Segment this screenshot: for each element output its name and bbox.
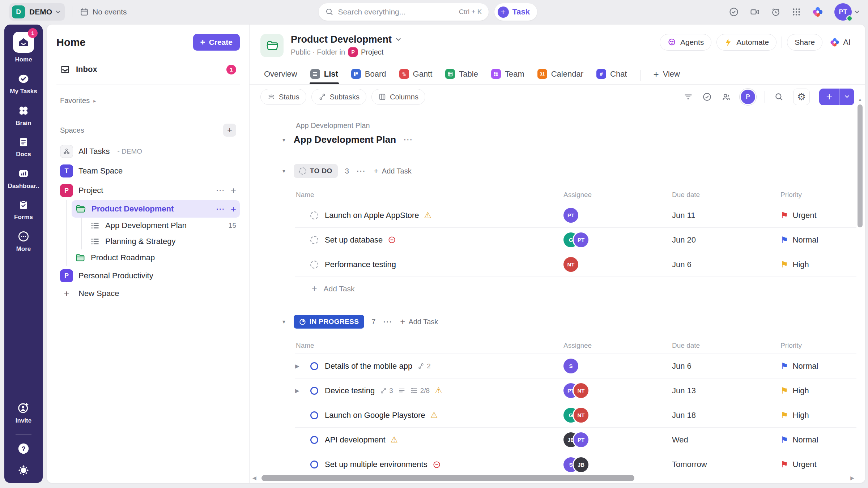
column-header-due-date[interactable]: Due date	[672, 191, 780, 199]
table-row[interactable]: Set up multiple environments S JB Tomorr…	[295, 452, 856, 477]
help-icon[interactable]: ?	[17, 442, 30, 455]
add-task-button[interactable]: +Add Task	[374, 167, 412, 175]
scroll-up-arrow[interactable]: ▲	[857, 97, 863, 102]
rail-item-forms[interactable]: Forms	[14, 200, 33, 221]
status-pill-in-progress[interactable]: IN PROGRESS	[294, 315, 364, 329]
status-pill-todo[interactable]: TO DO	[294, 164, 338, 178]
table-row[interactable]: API development ⚠ JB PT Wed ⚑ Normal	[295, 428, 856, 452]
priority-cell[interactable]: ⚑ Normal	[780, 435, 856, 445]
collapse-caret-icon[interactable]: ▼	[281, 137, 286, 143]
table-row[interactable]: Performance testing NT Jun 6 ⚑ High	[295, 252, 856, 277]
assignee-cell[interactable]: G NT	[563, 408, 672, 423]
column-header-due-date[interactable]: Due date	[672, 342, 780, 350]
rail-item-my-tasks[interactable]: My Tasks	[10, 73, 37, 95]
task-status-icon[interactable]	[310, 261, 318, 269]
no-events-indicator[interactable]: No events	[80, 7, 127, 17]
new-space-button[interactable]: + New Space	[56, 286, 240, 301]
tab-list[interactable]: List	[310, 67, 338, 84]
workspace-switcher[interactable]: D DEMO	[9, 3, 65, 21]
assignees-icon[interactable]	[721, 92, 731, 102]
tree-item-all-tasks[interactable]: All Tasks - DEMO	[56, 142, 240, 161]
collapse-caret-icon[interactable]: ▼	[281, 168, 286, 174]
task-status-icon[interactable]	[310, 211, 318, 219]
due-date[interactable]: Jun 11	[672, 211, 780, 220]
collapse-caret-icon[interactable]: ▼	[281, 319, 286, 325]
priority-cell[interactable]: ⚑ High	[780, 260, 856, 269]
task-name[interactable]: Details of the mobile app	[325, 361, 412, 371]
scroll-left-arrow[interactable]: ◀	[252, 475, 256, 481]
tab-calendar[interactable]: 31 Calendar	[537, 67, 583, 84]
more-options-icon[interactable]: ⋯	[403, 134, 413, 145]
priority-cell[interactable]: ⚑ Normal	[780, 361, 856, 371]
agents-button[interactable]: Agents	[660, 34, 711, 51]
task-status-icon[interactable]	[310, 436, 318, 444]
task-status-icon[interactable]	[310, 411, 318, 419]
closed-tasks-icon[interactable]	[702, 92, 712, 102]
scrollbar-thumb[interactable]	[858, 104, 863, 227]
column-header-assignee[interactable]: Assignee	[563, 342, 672, 350]
columns-filter-pill[interactable]: Columns	[371, 89, 425, 105]
status-filter-pill[interactable]: Status	[260, 89, 306, 105]
tab-team[interactable]: Team	[491, 67, 524, 84]
due-date[interactable]: Jun 20	[672, 235, 780, 245]
video-recording-icon[interactable]	[750, 7, 760, 17]
assignee-cell[interactable]: NT	[563, 257, 672, 272]
table-row[interactable]: Launch on Google Playstore ⚠ G NT Jun 18…	[295, 403, 856, 428]
add-space-button[interactable]: +	[223, 124, 236, 137]
task-name[interactable]: Launch on Google Playstore	[325, 411, 425, 420]
priority-cell[interactable]: ⚑ Normal	[780, 235, 856, 245]
rail-item-more[interactable]: More	[16, 231, 31, 253]
due-date[interactable]: Jun 6	[672, 361, 780, 371]
column-header-priority[interactable]: Priority	[780, 191, 856, 199]
assignee-cell[interactable]: G PT	[563, 232, 672, 247]
me-filter-avatar[interactable]: P	[741, 90, 755, 104]
priority-cell[interactable]: ⚑ High	[780, 411, 856, 420]
task-status-icon[interactable]	[310, 236, 318, 244]
table-row[interactable]: Launch on Apple AppStore ⚠ PT Jun 11 ⚑ U…	[295, 203, 856, 228]
tab-overview[interactable]: Overview	[264, 67, 297, 84]
assignee-cell[interactable]: S JB	[563, 457, 672, 472]
scroll-right-arrow[interactable]: ▶	[850, 475, 854, 481]
tree-item-personal-productivity[interactable]: P Personal Productivity	[56, 266, 240, 286]
rail-item-dashboards[interactable]: Dashboar..	[8, 168, 39, 190]
spaces-section-header[interactable]: Spaces +	[56, 121, 240, 140]
add-view-button[interactable]: +View	[654, 67, 680, 84]
settings-gear-icon[interactable]	[17, 464, 30, 476]
tree-item-project[interactable]: P Project ⋯ +	[56, 181, 240, 200]
tree-item-app-development-plan[interactable]: App Development Plan 15	[87, 218, 240, 234]
rail-item-brain[interactable]: Brain	[16, 105, 31, 127]
table-row[interactable]: ▶ Details of the mobile app 2 S	[295, 354, 856, 378]
task-name[interactable]: API development	[325, 435, 386, 445]
add-task-button[interactable]: + Add Task	[295, 277, 856, 296]
view-settings-button[interactable]: ⚙	[793, 89, 810, 105]
column-header-assignee[interactable]: Assignee	[563, 191, 672, 199]
vertical-scrollbar[interactable]: ▲	[857, 97, 863, 468]
tab-gantt[interactable]: Gantt	[399, 67, 433, 84]
priority-cell[interactable]: ⚑ High	[780, 386, 856, 395]
search-icon[interactable]	[774, 92, 784, 102]
rail-item-docs[interactable]: Docs	[16, 137, 31, 158]
assignee-cell[interactable]: PT	[563, 208, 672, 223]
apps-grid-icon[interactable]	[792, 7, 801, 17]
assignee-cell[interactable]: S	[563, 359, 672, 373]
add-icon[interactable]: +	[231, 186, 236, 195]
assignee-cell[interactable]: PT NT	[563, 383, 672, 398]
share-button[interactable]: Share	[787, 34, 822, 51]
user-menu[interactable]: PT	[834, 3, 859, 21]
table-row[interactable]: Set up database G PT Jun 20 ⚑ Normal	[295, 228, 856, 252]
todo-check-icon[interactable]	[729, 7, 739, 17]
task-name[interactable]: Device testing	[325, 386, 375, 395]
tree-item-planning-strategy[interactable]: Planning & Strategy	[87, 234, 240, 249]
column-header-priority[interactable]: Priority	[780, 342, 856, 350]
reminder-clock-icon[interactable]	[771, 7, 781, 17]
column-header-name[interactable]: Name	[295, 191, 563, 199]
task-status-icon[interactable]	[310, 461, 318, 468]
ai-flower-icon[interactable]	[812, 6, 824, 18]
create-button[interactable]: +Create	[193, 34, 240, 51]
ai-button[interactable]: AI	[827, 37, 853, 47]
add-icon[interactable]: +	[231, 204, 236, 214]
search-input[interactable]	[338, 8, 455, 16]
tab-table[interactable]: Table	[445, 67, 478, 84]
assignee-cell[interactable]: JB PT	[563, 432, 672, 447]
subtasks-filter-pill[interactable]: Subtasks	[311, 89, 366, 105]
